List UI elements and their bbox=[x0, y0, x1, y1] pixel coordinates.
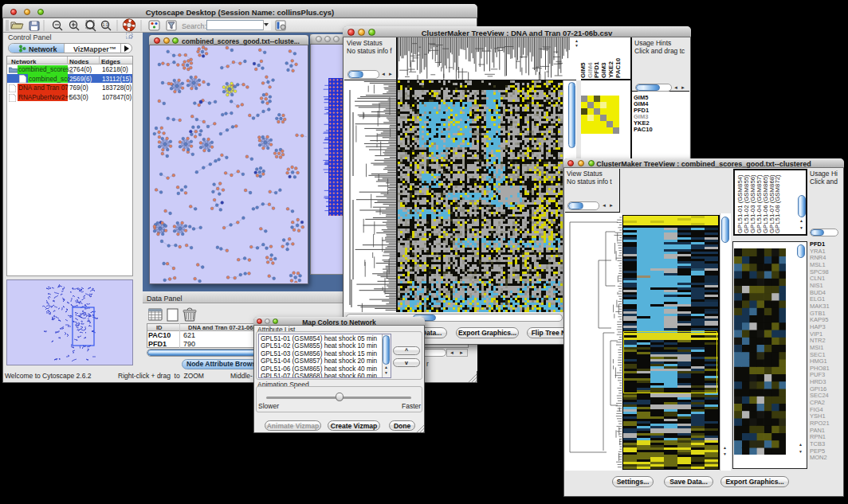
svg-text:1:1: 1:1 bbox=[103, 22, 108, 27]
